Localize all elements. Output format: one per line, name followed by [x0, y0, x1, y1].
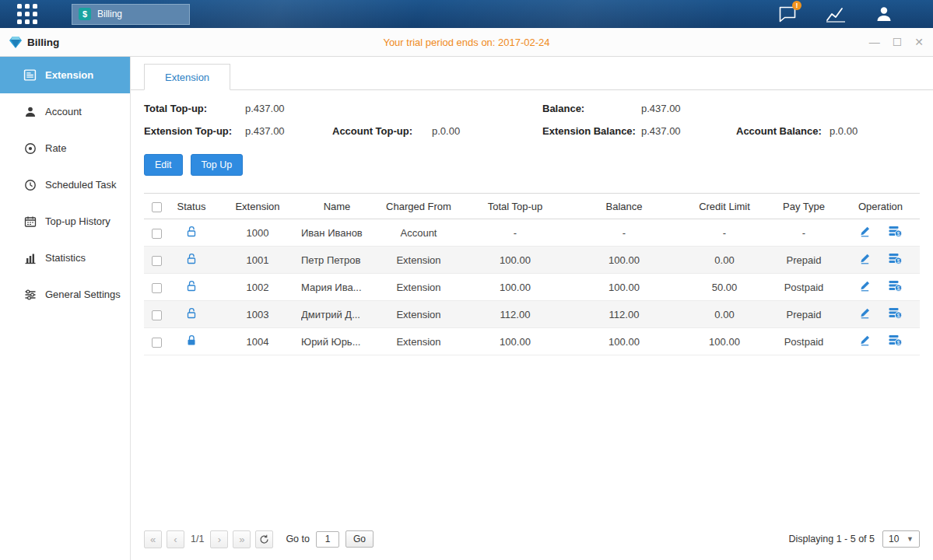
topup-icon[interactable]: $ — [889, 334, 902, 348]
topup-icon[interactable]: $ — [889, 226, 902, 240]
edit-icon[interactable] — [859, 334, 871, 348]
minimize-icon[interactable]: — — [869, 37, 880, 47]
topup-icon[interactable]: $ — [889, 253, 902, 267]
page-size-select[interactable]: 10 ▼ — [882, 530, 920, 548]
notifications-icon[interactable]: ! — [777, 4, 798, 24]
summary-value: p.437.00 — [641, 103, 736, 114]
cell-total-topup: 112.00 — [465, 301, 566, 328]
displaying-info: Displaying 1 - 5 of 5 — [789, 534, 875, 544]
svg-text:$: $ — [897, 258, 900, 264]
unlock-icon — [186, 226, 197, 240]
page-info: 1/1 — [189, 534, 210, 544]
cell-name: Петр Петров — [301, 247, 373, 274]
unlock-icon — [186, 280, 197, 294]
summary-label: Extension Balance: — [542, 125, 641, 137]
sidebar-item-label: Scheduled Task — [45, 179, 117, 191]
cell-name: Мария Ива... — [301, 274, 373, 301]
cell-balance: - — [566, 219, 682, 247]
user-account-icon[interactable] — [874, 4, 894, 24]
taskbar-billing-tab[interactable]: $ Billing — [72, 4, 190, 25]
header-name[interactable]: Name — [301, 194, 373, 219]
sidebar-item-statistics[interactable]: Statistics — [0, 240, 130, 276]
table-row: 1000 Иван Иванов Account - - - - $ — [144, 219, 920, 247]
header-status[interactable]: Status — [169, 194, 214, 219]
cell-operation: $ — [841, 301, 920, 328]
action-buttons: Edit Top Up — [144, 154, 920, 176]
header-balance[interactable]: Balance — [566, 194, 682, 219]
sidebar-item-account[interactable]: Account — [0, 93, 130, 130]
cell-extension: 1002 — [214, 274, 301, 301]
svg-text:$: $ — [897, 313, 900, 318]
top-up-button[interactable]: Top Up — [191, 154, 244, 176]
row-checkbox[interactable] — [152, 229, 162, 239]
topup-icon[interactable]: $ — [889, 307, 902, 321]
cell-credit-limit: 0.00 — [682, 247, 766, 274]
sidebar-item-label: Extension — [45, 69, 93, 81]
apps-grid-icon[interactable] — [17, 4, 37, 24]
cell-operation: $ — [841, 219, 920, 247]
statistics-chart-icon[interactable] — [826, 4, 846, 24]
last-page-button[interactable]: » — [233, 530, 251, 548]
unlock-icon — [186, 253, 197, 267]
cell-extension: 1003 — [214, 301, 301, 328]
header-operation[interactable]: Operation — [841, 194, 920, 219]
sidebar-item-general-settings[interactable]: General Settings — [0, 276, 130, 313]
header-pay-type[interactable]: Pay Type — [766, 194, 841, 219]
cell-checkbox — [144, 219, 169, 247]
next-page-button[interactable]: › — [210, 530, 228, 548]
refresh-icon[interactable] — [255, 530, 273, 548]
row-checkbox[interactable] — [152, 338, 162, 348]
header-credit-limit[interactable]: Credit Limit — [682, 194, 766, 219]
go-button[interactable]: Go — [345, 530, 374, 548]
cell-checkbox — [144, 301, 169, 328]
cell-checkbox — [144, 328, 169, 355]
cell-status — [169, 301, 214, 328]
cell-credit-limit: 50.00 — [682, 274, 766, 301]
sidebar-item-scheduled-task[interactable]: Scheduled Task — [0, 166, 130, 203]
content-area: Total Top-up: p.437.00 Balance: p.437.00… — [131, 90, 933, 560]
row-checkbox[interactable] — [152, 310, 162, 320]
edit-icon[interactable] — [859, 280, 871, 294]
tab-label: Extension — [165, 72, 209, 83]
select-all-checkbox[interactable] — [152, 202, 162, 212]
cell-credit-limit: 0.00 — [682, 301, 766, 328]
row-checkbox[interactable] — [152, 283, 162, 293]
sidebar-item-extension[interactable]: Extension — [0, 57, 130, 93]
first-page-button[interactable]: « — [144, 530, 162, 548]
sidebar-item-rate[interactable]: Rate — [0, 130, 130, 166]
maximize-icon[interactable]: ☐ — [893, 37, 903, 47]
edit-icon[interactable] — [859, 226, 871, 240]
cell-extension: 1001 — [214, 247, 301, 274]
header-charged-from[interactable]: Charged From — [373, 194, 465, 219]
prev-page-button[interactable]: ‹ — [167, 530, 184, 548]
header-extension[interactable]: Extension — [214, 194, 301, 219]
cell-name: Иван Иванов — [301, 219, 373, 247]
topup-icon[interactable]: $ — [889, 280, 902, 294]
row-checkbox[interactable] — [152, 256, 162, 266]
sidebar-item-topup-history[interactable]: Top-up History — [0, 203, 130, 240]
edit-button[interactable]: Edit — [144, 154, 183, 176]
balance-summary: Total Top-up: p.437.00 Balance: p.437.00… — [144, 103, 920, 137]
summary-value: p.0.00 — [830, 125, 920, 137]
sidebar: Extension Account Rate Scheduled Task — [0, 57, 131, 560]
unlock-icon — [186, 307, 197, 321]
header-total-topup[interactable]: Total Top-up — [465, 194, 566, 219]
cell-credit-limit: 100.00 — [682, 328, 766, 355]
close-icon[interactable]: ✕ — [914, 37, 924, 47]
cell-pay-type: - — [766, 219, 841, 247]
goto-label: Go to — [286, 534, 310, 544]
sidebar-item-label: Account — [45, 106, 82, 117]
cell-charged-from: Extension — [373, 274, 465, 301]
edit-icon[interactable] — [859, 307, 871, 321]
edit-icon[interactable] — [859, 253, 871, 267]
cell-checkbox — [144, 247, 169, 274]
account-icon — [23, 105, 37, 118]
goto-page-input[interactable] — [316, 531, 339, 548]
cell-pay-type: Prepaid — [766, 301, 841, 328]
cell-balance: 112.00 — [566, 301, 682, 328]
tab-extension[interactable]: Extension — [144, 64, 230, 90]
sidebar-item-label: Top-up History — [45, 215, 110, 227]
cell-operation: $ — [841, 328, 920, 355]
cell-charged-from: Account — [373, 219, 465, 247]
sidebar-item-label: Rate — [45, 142, 66, 154]
